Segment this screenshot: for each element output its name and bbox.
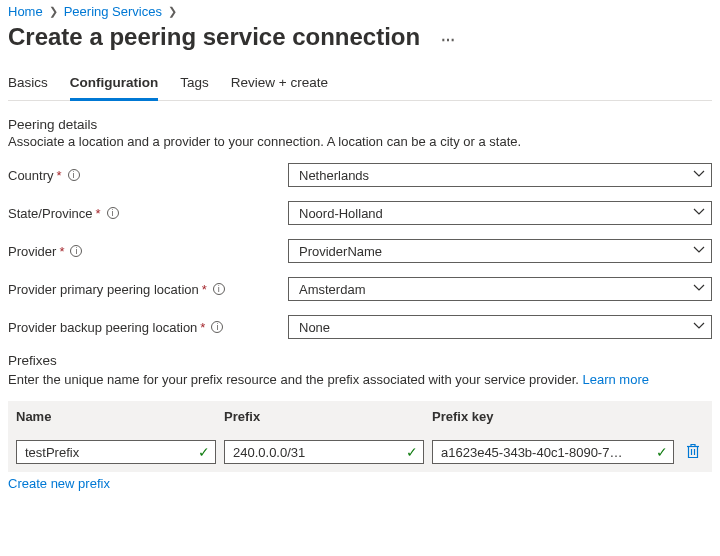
check-icon: ✓ [406, 444, 418, 460]
required-marker: * [202, 282, 207, 297]
chevron-right-icon: ❯ [49, 5, 58, 18]
required-marker: * [96, 206, 101, 221]
info-icon[interactable]: i [70, 245, 82, 257]
label-backup-location: Provider backup peering location * i [8, 320, 288, 335]
breadcrumb: Home ❯ Peering Services ❯ [8, 4, 712, 19]
section-peering-details-title: Peering details [8, 117, 712, 132]
prefix-value-input[interactable] [224, 440, 424, 464]
prefix-name-input[interactable] [16, 440, 216, 464]
chevron-right-icon: ❯ [168, 5, 177, 18]
breadcrumb-home[interactable]: Home [8, 4, 43, 19]
field-provider: Provider * i ProviderName [8, 239, 712, 263]
required-marker: * [200, 320, 205, 335]
section-prefixes-title: Prefixes [8, 353, 712, 368]
label-primary-location: Provider primary peering location * i [8, 282, 288, 297]
create-new-prefix-link[interactable]: Create new prefix [8, 476, 110, 491]
chevron-down-icon [693, 206, 705, 221]
field-country: Country * i Netherlands [8, 163, 712, 187]
more-menu-button[interactable]: ⋯ [441, 32, 456, 48]
check-icon: ✓ [656, 444, 668, 460]
label-state: State/Province * i [8, 206, 288, 221]
tab-bar: Basics Configuration Tags Review + creat… [8, 69, 712, 101]
col-header-name: Name [16, 409, 216, 424]
breadcrumb-peering-services[interactable]: Peering Services [64, 4, 162, 19]
chevron-down-icon [693, 244, 705, 259]
delete-icon[interactable] [686, 443, 700, 462]
label-country: Country * i [8, 168, 288, 183]
required-marker: * [59, 244, 64, 259]
field-primary-location: Provider primary peering location * i Am… [8, 277, 712, 301]
section-peering-details-desc: Associate a location and a provider to y… [8, 134, 712, 149]
page-title: Create a peering service connection ⋯ [8, 23, 712, 51]
required-marker: * [57, 168, 62, 183]
info-icon[interactable]: i [211, 321, 223, 333]
chevron-down-icon [693, 320, 705, 335]
col-header-prefix: Prefix [224, 409, 424, 424]
table-row: ✓ ✓ ✓ [8, 432, 712, 472]
col-header-key: Prefix key [432, 409, 674, 424]
label-provider: Provider * i [8, 244, 288, 259]
select-provider[interactable]: ProviderName [288, 239, 712, 263]
tab-basics[interactable]: Basics [8, 69, 48, 101]
learn-more-link[interactable]: Learn more [582, 372, 648, 387]
tab-review-create[interactable]: Review + create [231, 69, 328, 101]
info-icon[interactable]: i [107, 207, 119, 219]
info-icon[interactable]: i [213, 283, 225, 295]
field-backup-location: Provider backup peering location * i Non… [8, 315, 712, 339]
field-state: State/Province * i Noord-Holland [8, 201, 712, 225]
info-icon[interactable]: i [68, 169, 80, 181]
chevron-down-icon [693, 282, 705, 297]
select-state[interactable]: Noord-Holland [288, 201, 712, 225]
select-backup-location[interactable]: None [288, 315, 712, 339]
check-icon: ✓ [198, 444, 210, 460]
select-country[interactable]: Netherlands [288, 163, 712, 187]
select-primary-location[interactable]: Amsterdam [288, 277, 712, 301]
prefixes-table-header: Name Prefix Prefix key [8, 401, 712, 432]
chevron-down-icon [693, 168, 705, 183]
tab-tags[interactable]: Tags [180, 69, 209, 101]
prefix-key-input[interactable] [432, 440, 674, 464]
prefixes-table: Name Prefix Prefix key ✓ ✓ ✓ [8, 401, 712, 472]
tab-configuration[interactable]: Configuration [70, 69, 158, 101]
section-prefixes-desc: Enter the unique name for your prefix re… [8, 372, 712, 387]
